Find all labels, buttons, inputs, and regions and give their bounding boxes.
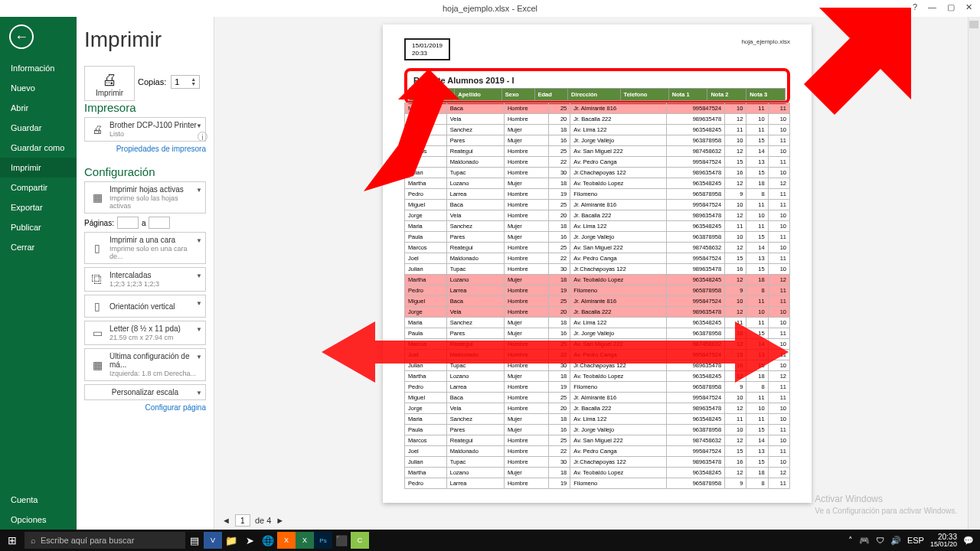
watermark-title: Activar Windows bbox=[815, 494, 957, 506]
chevron-down-icon: ▼ bbox=[196, 237, 202, 244]
table-cell: Lozano bbox=[446, 468, 504, 478]
sidebar-item-cuenta[interactable]: Cuenta bbox=[0, 490, 77, 510]
taskbar[interactable]: ⊞ ⌕ Escribe aquí para buscar ▤ V 📁 ➤ 🌐 X… bbox=[0, 530, 980, 551]
sidebar-item-cerrar[interactable]: Cerrar bbox=[0, 237, 77, 257]
pages-from-input[interactable] bbox=[117, 217, 139, 229]
tray-clock[interactable]: 20:33 15/01/20 bbox=[930, 533, 957, 548]
table-cell: 10 bbox=[768, 414, 789, 425]
table-cell: 987458632 bbox=[667, 146, 725, 157]
table-cell: 15 bbox=[746, 425, 768, 435]
table-cell: 10 bbox=[725, 425, 746, 435]
next-page-button[interactable]: ► bbox=[276, 516, 284, 525]
pages-to-input[interactable] bbox=[149, 217, 170, 229]
table-cell: 11 bbox=[768, 200, 789, 210]
table-cell: 25 bbox=[549, 146, 570, 157]
taskbar-app[interactable]: ⬛ bbox=[332, 532, 351, 549]
sidebar-item-nuevo[interactable]: Nuevo bbox=[0, 78, 77, 98]
table-cell: Pedro bbox=[405, 285, 447, 296]
print-button[interactable]: 🖨 Imprimir bbox=[84, 66, 135, 101]
paper-select[interactable]: ▭ Letter (8 ½ x 11 pda) 21.59 cm x 27.94… bbox=[84, 321, 206, 345]
taskbar-app[interactable]: Ps bbox=[314, 532, 332, 549]
table-cell: Mujer bbox=[504, 135, 548, 146]
minimize-icon[interactable]: — bbox=[928, 2, 936, 12]
table-cell: 11 bbox=[768, 232, 789, 243]
table-cell: Sanchez bbox=[446, 414, 504, 425]
sides-select[interactable]: ▯ Imprimir a una cara Imprime solo en un… bbox=[84, 232, 206, 264]
start-button[interactable]: ⊞ bbox=[0, 534, 24, 546]
table-cell: Av. Teobaldo Lopez bbox=[570, 275, 667, 285]
table-row: MiguelBacaHombre25Jr. Almirante 81699584… bbox=[405, 296, 790, 307]
printer-select[interactable]: 🖨 Brother DCP-J100 Printer Listo ▼ bbox=[84, 117, 206, 142]
sidebar-item-información[interactable]: Información bbox=[0, 58, 77, 78]
table-row: JoelMaldonadoHombre22Av. Pedro Canga9958… bbox=[405, 157, 790, 168]
what-to-print-select[interactable]: ▦ Imprimir hojas activas Imprime solo la… bbox=[84, 181, 206, 214]
taskbar-app[interactable]: ➤ bbox=[240, 532, 259, 549]
table-cell: Pares bbox=[446, 232, 504, 243]
table-row: MarthaLozanoMujer18Av. Teobaldo Lopez963… bbox=[405, 178, 790, 189]
taskbar-app[interactable]: X bbox=[296, 532, 314, 549]
table-row: MariaSanchezMujer18Av. Lima 122963548245… bbox=[405, 414, 790, 425]
table-cell: Jr.Chachapoyas 122 bbox=[570, 168, 667, 178]
copies-stepper[interactable]: 1 ▲▼ bbox=[171, 75, 200, 89]
search-icon: ⌕ bbox=[31, 536, 36, 545]
tray-icon[interactable]: 🛡 bbox=[876, 536, 884, 545]
taskbar-app[interactable]: 📁 bbox=[222, 532, 240, 549]
scale-select[interactable]: Personalizar escala ▼ bbox=[84, 384, 206, 400]
prev-page-button[interactable]: ◄ bbox=[222, 516, 230, 525]
scrollbar[interactable] bbox=[968, 17, 980, 530]
table-cell: 8 bbox=[746, 189, 768, 200]
tray-chevron-icon[interactable]: ˄ bbox=[848, 536, 853, 546]
sidebar-item-guardar[interactable]: Guardar bbox=[0, 118, 77, 138]
table-cell: Hombre bbox=[504, 168, 548, 178]
printer-properties-link[interactable]: Propiedades de impresora bbox=[84, 145, 206, 153]
tray-lang[interactable]: ESP bbox=[907, 536, 924, 545]
help-icon[interactable]: ? bbox=[913, 2, 917, 12]
tray-icon[interactable]: 🎮 bbox=[859, 536, 870, 546]
taskbar-search[interactable]: ⌕ Escribe aquí para buscar bbox=[24, 532, 185, 549]
column-header: Nota 3 bbox=[746, 89, 786, 101]
table-cell: Mujer bbox=[504, 468, 548, 478]
sidebar-item-publicar[interactable]: Publicar bbox=[0, 217, 77, 237]
table-cell: 10 bbox=[725, 135, 746, 146]
collate-select[interactable]: ⿻ Intercaladas 1;2;3 1;2;3 1;2;3 ▼ bbox=[84, 267, 206, 292]
taskbar-app[interactable]: 🌐 bbox=[259, 532, 277, 549]
sidebar-item-abrir[interactable]: Abrir bbox=[0, 98, 77, 118]
taskbar-app[interactable]: V bbox=[204, 532, 222, 549]
table-cell: 20 bbox=[549, 114, 570, 125]
scroll-thumb[interactable] bbox=[969, 21, 978, 28]
page-setup-link[interactable]: Configurar página bbox=[84, 403, 206, 412]
tray-volume-icon[interactable]: 🔊 bbox=[890, 536, 901, 546]
table-cell: 11 bbox=[725, 414, 746, 425]
sidebar-item-opciones[interactable]: Opciones bbox=[0, 510, 77, 530]
table-cell: 15 bbox=[746, 264, 768, 275]
table-cell: Vela bbox=[446, 403, 504, 414]
stepper-arrows-icon[interactable]: ▲▼ bbox=[191, 77, 196, 86]
table-cell: 14 bbox=[746, 146, 768, 157]
table-cell: Pedro bbox=[405, 478, 447, 489]
sidebar-item-compartir[interactable]: Compartir bbox=[0, 178, 77, 197]
sidebar-item-guardar-como[interactable]: Guardar como bbox=[0, 138, 77, 158]
back-button[interactable]: ← bbox=[9, 24, 34, 49]
table-cell: 18 bbox=[549, 125, 570, 135]
table-cell: 8 bbox=[746, 478, 768, 489]
taskbar-app[interactable]: C bbox=[351, 532, 369, 549]
page-number-input[interactable] bbox=[235, 514, 250, 527]
table-row: MarcosReateguiHombre25Av. San Miguel 222… bbox=[405, 146, 790, 157]
close-icon[interactable]: ✕ bbox=[965, 2, 972, 12]
search-placeholder: Escribe aquí para buscar bbox=[41, 536, 134, 545]
config-heading: Configuración bbox=[84, 165, 206, 178]
orientation-select[interactable]: ▯ Orientación vertical ▼ bbox=[84, 295, 206, 318]
tray-notifications-icon[interactable]: 💬 bbox=[963, 536, 974, 546]
table-cell: Tupac bbox=[446, 457, 504, 468]
sidebar-item-imprimir[interactable]: Imprimir bbox=[0, 158, 77, 178]
margins-select[interactable]: ▦ Última configuración de má... Izquierd… bbox=[84, 348, 206, 381]
restore-icon[interactable]: ▢ bbox=[947, 2, 955, 12]
table-cell: 20 bbox=[549, 210, 570, 221]
annotation-arrow bbox=[796, 8, 911, 122]
table-cell: 11 bbox=[746, 103, 768, 114]
task-view-icon[interactable]: ▤ bbox=[185, 532, 204, 549]
sidebar-item-exportar[interactable]: Exportar bbox=[0, 197, 77, 217]
taskbar-app[interactable]: X bbox=[277, 532, 296, 549]
table-cell: 10 bbox=[768, 125, 789, 135]
table-cell: 18 bbox=[549, 178, 570, 189]
